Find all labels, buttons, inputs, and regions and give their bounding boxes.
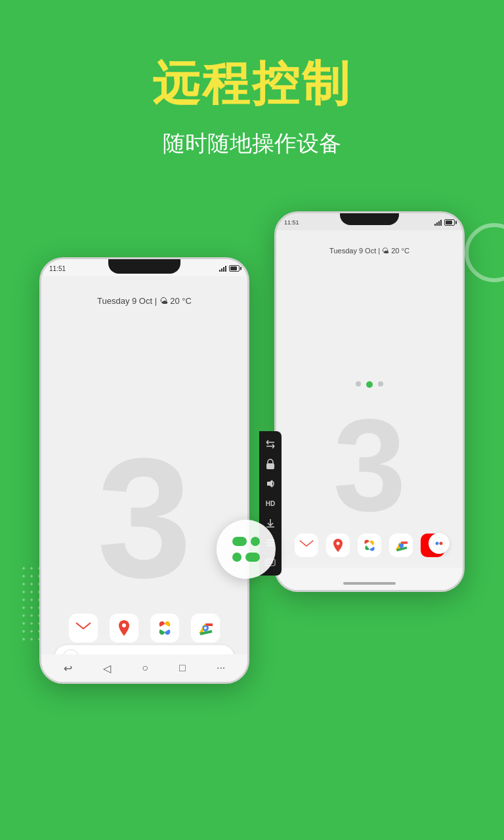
svg-point-5 xyxy=(399,543,403,547)
toolbar-lock-btn[interactable] xyxy=(261,455,280,473)
photos-icon-front xyxy=(150,614,179,642)
phone-front: 11:51 Tuesday 9 Oct | 🌤 20 °C 3 xyxy=(39,257,249,684)
svg-point-1 xyxy=(337,542,340,545)
main-title: 远程控制 xyxy=(0,52,504,116)
dot-2 xyxy=(366,381,373,388)
toolbar-sound-btn[interactable] xyxy=(261,474,280,493)
phone-front-nav-bar: ↩ ◁ ○ □ ··· xyxy=(41,654,247,682)
remote-control-fab[interactable] xyxy=(217,520,276,579)
status-icons xyxy=(434,219,455,226)
phone-front-weather: Tuesday 9 Oct | 🌤 20 °C xyxy=(97,296,192,306)
svg-point-8 xyxy=(433,537,445,549)
nav-back-icon[interactable]: ↩ xyxy=(64,662,72,675)
toolbar-switch-btn[interactable] xyxy=(261,435,280,453)
phone-back-nav-bar xyxy=(276,568,463,590)
phones-container: 11:51 Tuesday 9 Oct | 🌤 20 °C 3 xyxy=(0,172,504,736)
svg-point-15 xyxy=(162,625,167,631)
dot-indicators xyxy=(356,381,383,388)
phone-front-status-bar: 11:51 xyxy=(49,262,240,275)
battery-icon xyxy=(444,219,455,226)
toolbar-hd-btn[interactable]: HD xyxy=(261,494,280,513)
phone-back-number: 3 xyxy=(333,400,406,531)
chrome-icon-back xyxy=(389,534,413,557)
phone-front-time: 11:51 xyxy=(49,265,66,272)
chrome-icon-front xyxy=(191,614,220,642)
phone-front-app-icons xyxy=(41,614,247,642)
phone-back-time: 11:51 xyxy=(284,219,299,226)
nav-home-icon[interactable]: ○ xyxy=(142,662,148,674)
front-signal-icon xyxy=(219,265,227,272)
phone-back-weather: Tuesday 9 Oct | 🌤 20 °C xyxy=(329,247,410,255)
front-status-icons xyxy=(219,265,240,272)
phone-front-number: 3 xyxy=(97,432,192,603)
signal-icon xyxy=(434,219,442,226)
google-assistant-icon xyxy=(429,533,450,554)
front-battery-icon xyxy=(229,265,240,272)
svg-point-11 xyxy=(436,543,438,545)
phone-back-status-bar: 11:51 xyxy=(284,216,455,229)
photos-icon-back xyxy=(358,534,381,557)
nav-more-icon[interactable]: ··· xyxy=(217,662,225,674)
dot-3 xyxy=(378,381,383,387)
phone-back-home-indicator xyxy=(343,582,396,585)
header-section: 远程控制 随时随地操作设备 xyxy=(0,0,504,159)
subtitle: 随时随地操作设备 xyxy=(0,129,504,159)
svg-point-2 xyxy=(368,543,371,547)
svg-rect-20 xyxy=(266,463,274,469)
phone-back-screen: Tuesday 9 Oct | 🌤 20 °C 3 xyxy=(276,230,463,590)
svg-point-14 xyxy=(122,623,126,627)
gmail-icon-front xyxy=(69,614,98,642)
svg-point-12 xyxy=(440,543,442,545)
phone-front-screen: Tuesday 9 Oct | 🌤 20 °C 3 xyxy=(41,276,247,682)
nav-recents-icon[interactable]: □ xyxy=(179,662,186,674)
maps-icon-back xyxy=(326,534,350,557)
gmail-icon xyxy=(295,534,318,557)
phone-back: 11:51 Tuesday 9 Oct | 🌤 20 °C 3 xyxy=(274,211,465,592)
maps-icon-front xyxy=(110,614,138,642)
remote-icon xyxy=(232,537,260,562)
nav-left-icon[interactable]: ◁ xyxy=(103,662,111,675)
dot-1 xyxy=(356,381,361,387)
svg-point-19 xyxy=(204,627,207,629)
